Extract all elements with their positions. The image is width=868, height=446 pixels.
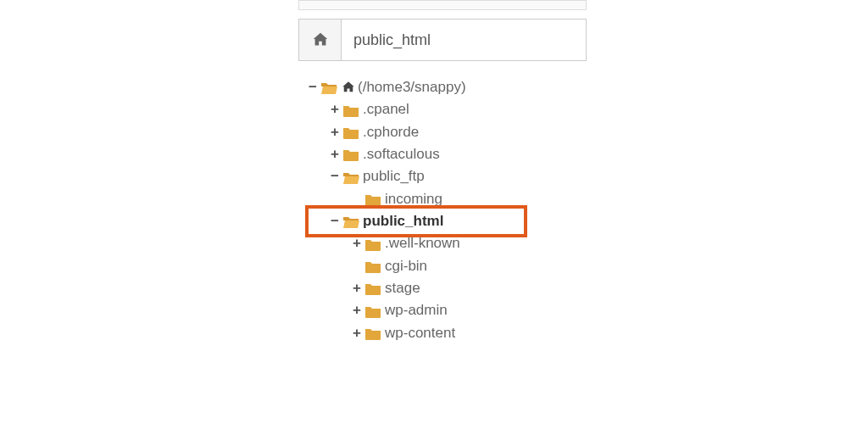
expand-icon[interactable]: + — [351, 299, 363, 321]
tree-node-wp-content[interactable]: + wp-content — [307, 322, 587, 344]
folder-icon — [364, 237, 381, 251]
tree-node-softaculous[interactable]: + .softaculous — [307, 143, 587, 165]
tree-node-label: public_ftp — [363, 165, 425, 187]
tree-node-label: .cpanel — [363, 98, 409, 120]
tree-node-cphorde[interactable]: + .cphorde — [307, 121, 587, 143]
folder-icon — [364, 192, 381, 206]
tree-node-label: .well-known — [385, 232, 460, 254]
folder-icon — [342, 125, 359, 139]
directory-tree: − (/home3/snappy) + .cpanel + .cphorde +… — [298, 76, 587, 344]
folder-icon — [364, 282, 381, 295]
tree-node-label: cgi-bin — [385, 255, 427, 277]
tree-node-incoming[interactable]: + incoming — [307, 188, 587, 210]
home-icon — [341, 80, 356, 95]
home-icon — [311, 31, 330, 49]
folder-open-icon — [320, 81, 337, 94]
tree-root[interactable]: − (/home3/snappy) — [307, 76, 587, 98]
tree-node-label: .cphorde — [363, 121, 419, 143]
collapse-icon[interactable]: − — [329, 165, 341, 187]
collapse-icon[interactable]: − — [329, 210, 341, 232]
tree-node-label: stage — [385, 277, 420, 299]
folder-icon — [364, 326, 381, 340]
breadcrumb-home-button[interactable] — [299, 20, 342, 60]
file-tree-panel: public_html − (/home3/snappy) + .cpanel … — [298, 0, 587, 344]
tree-node-public-html[interactable]: − public_html — [307, 210, 587, 232]
folder-icon — [342, 103, 359, 117]
tree-node-label: wp-admin — [385, 299, 448, 321]
expand-icon[interactable]: + — [351, 322, 363, 344]
folder-open-icon — [342, 170, 359, 184]
tree-node-label: incoming — [385, 188, 442, 210]
tree-node-label: (/home3/snappy) — [358, 76, 466, 98]
folder-icon — [342, 148, 359, 161]
folder-icon — [364, 259, 381, 273]
tree-node-cgi-bin[interactable]: + cgi-bin — [307, 255, 587, 277]
expand-icon[interactable]: + — [351, 277, 363, 299]
expand-icon[interactable]: + — [329, 121, 341, 143]
tree-node-wp-admin[interactable]: + wp-admin — [307, 299, 587, 321]
toolbar-placeholder — [298, 0, 587, 10]
folder-open-icon — [342, 215, 359, 228]
tree-node-stage[interactable]: + stage — [307, 277, 587, 299]
breadcrumb-path[interactable]: public_html — [342, 20, 586, 60]
tree-node-label: .softaculous — [363, 143, 440, 165]
tree-node-label: wp-content — [385, 322, 455, 344]
expand-icon[interactable]: + — [329, 98, 341, 120]
collapse-icon[interactable]: − — [307, 76, 319, 98]
tree-node-public-ftp[interactable]: − public_ftp — [307, 165, 587, 187]
breadcrumb: public_html — [298, 19, 587, 61]
tree-node-well-known[interactable]: + .well-known — [307, 232, 587, 254]
expand-icon[interactable]: + — [351, 232, 363, 254]
expand-icon[interactable]: + — [329, 143, 341, 165]
folder-icon — [364, 304, 381, 318]
tree-node-label: public_html — [363, 210, 443, 232]
tree-node-cpanel[interactable]: + .cpanel — [307, 98, 587, 120]
